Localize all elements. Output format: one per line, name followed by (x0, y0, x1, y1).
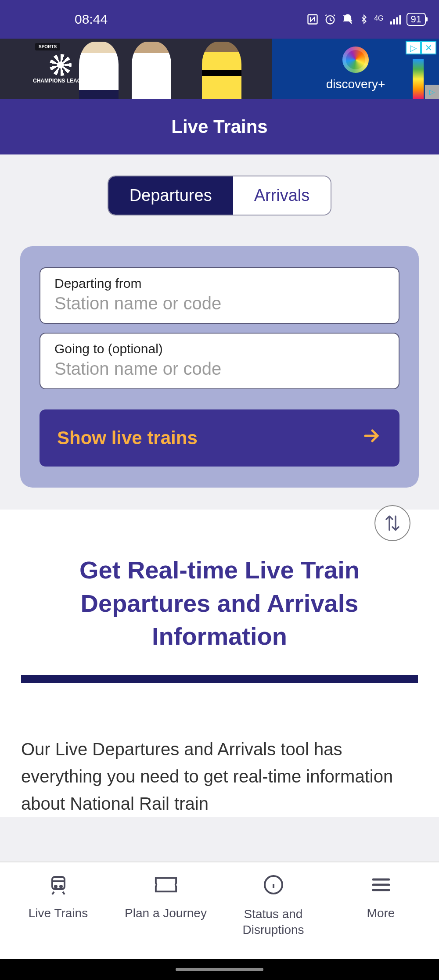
alarm-icon (324, 13, 336, 25)
ad-caret-icon[interactable]: ▷ (425, 85, 439, 99)
ad-close-icon[interactable]: ✕ (421, 41, 436, 54)
swap-icon (383, 514, 402, 532)
content-heading: Get Real-time Live Train Departures and … (21, 553, 418, 653)
system-nav-bar[interactable] (0, 959, 439, 980)
bottom-nav: Live Trains Plan a Journey Status and Di… (0, 862, 439, 959)
svg-rect-2 (390, 22, 392, 25)
going-to-input[interactable]: Station name or code (54, 359, 385, 379)
svg-rect-5 (399, 15, 401, 25)
swap-stations-button[interactable] (374, 505, 410, 541)
divider (21, 675, 418, 683)
nav-live-trains[interactable]: Live Trains (4, 873, 112, 959)
departing-from-input[interactable]: Station name or code (54, 294, 385, 313)
nav-status-disruptions[interactable]: Status and Disruptions (220, 873, 327, 959)
network-label: 4G (374, 14, 383, 22)
rainbow-decoration (413, 59, 424, 99)
ticket-icon (154, 873, 178, 897)
svg-rect-6 (52, 877, 65, 889)
bluetooth-icon (359, 13, 369, 25)
battery-icon: 91 (407, 13, 426, 26)
menu-icon (369, 873, 393, 897)
signal-icon (389, 13, 401, 25)
going-to-field[interactable]: Going to (optional) Station name or code (40, 333, 399, 389)
arrow-right-icon (361, 425, 382, 451)
status-bar: 08:44 4G 91 (0, 0, 439, 39)
nav-more[interactable]: More (327, 873, 435, 959)
svg-rect-3 (393, 19, 395, 25)
discovery-logo-icon (342, 47, 369, 73)
tab-departures[interactable]: Departures (108, 176, 233, 215)
content-section: Get Real-time Live Train Departures and … (0, 510, 439, 817)
svg-point-7 (55, 886, 57, 887)
ad-image: SPORTS CHAMPIONS LEAGUE (0, 39, 272, 99)
tab-group: Departures Arrivals (108, 176, 332, 215)
svg-rect-4 (396, 17, 398, 24)
show-live-trains-button[interactable]: Show live trains (40, 409, 399, 467)
nav-plan-journey[interactable]: Plan a Journey (112, 873, 220, 959)
info-icon (262, 873, 285, 897)
nfc-icon (306, 13, 319, 25)
going-to-label: Going to (optional) (54, 341, 385, 356)
ad-info-icon[interactable]: ▷ (406, 41, 421, 54)
mute-icon (342, 13, 354, 25)
page-title: Live Trains (0, 99, 439, 154)
ad-sports-badge: SPORTS (35, 43, 60, 50)
home-indicator[interactable] (176, 968, 263, 971)
svg-point-8 (60, 886, 62, 887)
tab-arrivals[interactable]: Arrivals (233, 176, 331, 215)
departing-from-label: Departing from (54, 276, 385, 291)
status-time: 08:44 (75, 12, 108, 27)
departing-from-field[interactable]: Departing from Station name or code (40, 267, 399, 324)
status-icons: 4G 91 (306, 13, 426, 26)
search-card: Departing from Station name or code Goin… (20, 246, 419, 488)
content-body: Our Live Departures and Arrivals tool ha… (21, 736, 418, 817)
ad-banner[interactable]: SPORTS CHAMPIONS LEAGUE discovery+ ▷ ✕ ▷ (0, 39, 439, 99)
train-icon (47, 873, 70, 897)
